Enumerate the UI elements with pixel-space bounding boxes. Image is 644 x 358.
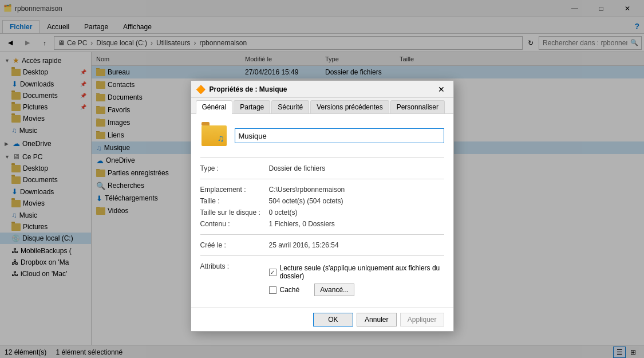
readonly-label: Lecture seule (s'applique uniquement aux…	[280, 264, 444, 280]
prop-label-created: Créé le :	[200, 241, 269, 249]
prop-content: Contenu : 1 Fichiers, 0 Dossiers	[200, 218, 444, 230]
separator-3	[200, 234, 444, 235]
modal-title-icon: 🔶	[196, 84, 206, 95]
prop-disksize: Taille sur le disque : 0 octet(s)	[200, 207, 444, 218]
modal-tab-securite[interactable]: Sécurité	[271, 100, 309, 113]
separator-4	[200, 255, 444, 256]
prop-label-disksize: Taille sur le disque :	[200, 208, 269, 217]
prop-value-content: 1 Fichiers, 0 Dossiers	[269, 220, 335, 228]
modal-tab-versions[interactable]: Versions précédentes	[310, 100, 389, 113]
modal-tab-general[interactable]: Général	[196, 100, 233, 114]
attributes-controls: Lecture seule (s'applique uniquement aux…	[269, 262, 444, 298]
prop-type: Type : Dossier de fichiers	[200, 163, 444, 174]
modal-title-bar: 🔶 Propriétés de : Musique ✕	[191, 81, 453, 98]
prop-label-type: Type :	[200, 164, 269, 172]
ok-button[interactable]: OK	[313, 313, 353, 326]
prop-label-location: Emplacement :	[200, 186, 269, 194]
attr-label: Attributs :	[200, 262, 269, 270]
modal-top: ♫	[200, 122, 444, 150]
properties-modal: 🔶 Propriétés de : Musique ✕ Général Part…	[191, 80, 454, 332]
properties-list: Type : Dossier de fichiers Emplacement :…	[200, 163, 444, 256]
prop-value-size: 504 octet(s) (504 octets)	[269, 197, 343, 205]
prop-location: Emplacement : C:\Users\rpbonnemaison	[200, 184, 444, 195]
modal-tab-partage[interactable]: Partage	[234, 100, 270, 113]
hidden-label: Caché	[280, 286, 300, 294]
folder-name-input[interactable]	[235, 128, 444, 143]
readonly-checkbox[interactable]	[269, 269, 276, 276]
advanced-button[interactable]: Avancé...	[314, 284, 354, 296]
modal-body: ♫ Type : Dossier de fichiers Emplacement…	[191, 114, 453, 308]
prop-value-disksize: 0 octet(s)	[269, 208, 298, 217]
readonly-row: Lecture seule (s'applique uniquement aux…	[269, 262, 444, 282]
prop-label-size: Taille :	[200, 197, 269, 205]
modal-title: Propriétés de : Musique	[210, 85, 434, 93]
modal-close-button[interactable]: ✕	[434, 83, 449, 96]
hidden-row: Caché Avancé...	[269, 282, 444, 298]
separator-1	[200, 158, 444, 158]
apply-button[interactable]: Appliquer	[400, 313, 444, 326]
modal-footer: OK Annuler Appliquer	[191, 308, 453, 331]
folder-visual: ♫	[202, 125, 227, 146]
prop-value-created: 25 avril 2016, 15:26:54	[269, 241, 339, 249]
prop-value-type: Dossier de fichiers	[269, 164, 326, 172]
modal-tab-personnaliser[interactable]: Personnaliser	[390, 100, 445, 113]
separator-2	[200, 179, 444, 179]
prop-label-content: Contenu :	[200, 220, 269, 228]
prop-size: Taille : 504 octet(s) (504 octets)	[200, 195, 444, 207]
hidden-checkbox[interactable]	[269, 286, 276, 294]
prop-created: Créé le : 25 avril 2016, 15:26:54	[200, 239, 444, 251]
attributes-row: Attributs : Lecture seule (s'applique un…	[200, 261, 444, 300]
music-note-icon: ♫	[218, 133, 224, 144]
cancel-button[interactable]: Annuler	[357, 313, 397, 326]
prop-value-location: C:\Users\rpbonnemaison	[269, 186, 345, 194]
modal-overlay: 🔶 Propriétés de : Musique ✕ Général Part…	[0, 0, 644, 358]
music-folder-big-icon: ♫	[200, 122, 228, 150]
modal-tabs: Général Partage Sécurité Versions précéd…	[191, 98, 453, 114]
